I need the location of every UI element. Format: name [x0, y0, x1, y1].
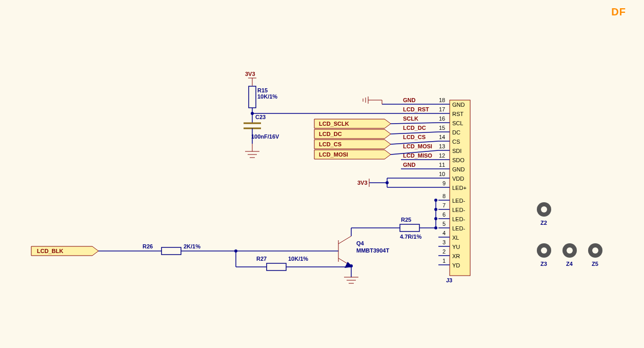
svg-text:R25: R25 — [401, 217, 411, 223]
svg-text:3V3: 3V3 — [357, 180, 368, 186]
r26: R26 2K/1% — [98, 243, 323, 255]
power-3v3-vdd: 3V3 — [357, 178, 438, 187]
svg-text:GND: GND — [452, 102, 465, 108]
svg-text:LED-: LED- — [452, 207, 465, 213]
net-lcd-rst: LCD_RST — [403, 106, 429, 112]
svg-text:SDO: SDO — [452, 157, 465, 163]
svg-text:100nF/16V: 100nF/16V — [251, 133, 279, 140]
svg-text:8: 8 — [442, 193, 446, 199]
svg-text:LED-: LED- — [452, 216, 465, 222]
netlabel-lcd-sclk: LCD_SCLK — [314, 119, 391, 128]
gnd-q4 — [344, 277, 358, 283]
svg-text:Z5: Z5 — [592, 261, 598, 267]
svg-text:3: 3 — [442, 239, 446, 245]
svg-text:18: 18 — [439, 97, 445, 103]
svg-line-64 — [391, 123, 438, 124]
hole-z5: Z5 — [588, 243, 602, 267]
q4: Q4 MMBT3904T — [323, 228, 389, 277]
svg-text:3V3: 3V3 — [245, 71, 255, 77]
svg-text:17: 17 — [439, 106, 445, 112]
svg-text:4.7R/1%: 4.7R/1% — [400, 234, 421, 240]
svg-rect-134 — [267, 263, 286, 270]
svg-text:SCL: SCL — [452, 120, 463, 126]
svg-text:CS: CS — [452, 139, 460, 145]
connector-ref: J3 — [446, 277, 452, 283]
svg-text:YD: YD — [452, 262, 460, 268]
net-gnd1: GND — [403, 97, 416, 103]
r27: R27 10K/1% — [256, 256, 351, 270]
netlabel-lcd-blk: LCD_BLK — [31, 246, 98, 256]
svg-text:16: 16 — [439, 115, 445, 122]
hole-z3: Z3 — [537, 243, 551, 267]
net-lcd-dc: LCD_DC — [403, 125, 426, 131]
svg-text:1: 1 — [442, 258, 446, 264]
svg-text:VDD: VDD — [452, 176, 464, 182]
svg-text:5: 5 — [442, 221, 446, 227]
gnd-c23 — [245, 144, 259, 158]
svg-text:LCD_MOSI: LCD_MOSI — [319, 151, 348, 158]
netlabel-lcd-dc: LCD_DC — [314, 129, 391, 139]
svg-text:R15: R15 — [257, 87, 268, 93]
svg-point-139 — [541, 206, 547, 212]
svg-text:2K/1%: 2K/1% — [184, 243, 200, 249]
svg-text:LCD_CS: LCD_CS — [319, 141, 341, 147]
svg-text:LED+: LED+ — [452, 185, 467, 191]
svg-text:4: 4 — [442, 230, 446, 236]
svg-rect-127 — [162, 247, 181, 255]
schematic-canvas: 18 GND 17 RST 16 SCL 15 DC 14 CS 13 SDI … — [0, 0, 644, 348]
svg-point-148 — [592, 247, 598, 254]
svg-text:XR: XR — [452, 253, 460, 259]
svg-point-105 — [434, 217, 437, 220]
svg-text:LED-: LED- — [452, 225, 465, 231]
svg-text:Z2: Z2 — [540, 220, 547, 226]
svg-point-104 — [434, 208, 437, 211]
svg-text:Q4: Q4 — [356, 240, 365, 246]
hole-z2: Z2 — [537, 202, 551, 226]
svg-text:10: 10 — [439, 171, 445, 177]
svg-text:14: 14 — [439, 134, 445, 140]
svg-text:10K/1%: 10K/1% — [288, 256, 308, 262]
svg-text:LCD_BLK: LCD_BLK — [37, 248, 63, 254]
svg-text:13: 13 — [439, 143, 445, 149]
svg-text:2: 2 — [442, 248, 446, 255]
svg-text:MMBT3904T: MMBT3904T — [356, 247, 389, 254]
netlabel-lcd-cs: LCD_CS — [314, 140, 391, 149]
svg-text:XL: XL — [452, 235, 459, 241]
svg-text:LED-: LED- — [452, 198, 465, 204]
hole-z4: Z4 — [562, 243, 577, 267]
r25: R25 4.7R/1% — [359, 199, 437, 240]
svg-text:R27: R27 — [256, 256, 267, 262]
svg-point-142 — [541, 247, 547, 254]
svg-text:7: 7 — [442, 202, 446, 208]
net-sclk: SCLK — [403, 115, 418, 122]
svg-text:15: 15 — [439, 125, 445, 131]
svg-text:LCD_DC: LCD_DC — [319, 131, 342, 137]
svg-rect-108 — [400, 224, 419, 231]
svg-point-145 — [567, 247, 573, 254]
svg-text:SDI: SDI — [452, 148, 461, 154]
svg-text:6: 6 — [442, 211, 446, 218]
svg-text:Z4: Z4 — [566, 261, 573, 267]
net-lcd-mosi: LCD_MOSI — [403, 143, 432, 149]
net-lcd-cs: LCD_CS — [403, 134, 426, 140]
svg-text:11: 11 — [439, 162, 445, 168]
svg-line-113 — [338, 236, 351, 244]
svg-text:GND: GND — [452, 166, 465, 172]
svg-text:DC: DC — [452, 129, 460, 136]
svg-text:Z3: Z3 — [540, 261, 547, 267]
svg-text:9: 9 — [442, 180, 446, 186]
svg-text:LCD_SCLK: LCD_SCLK — [319, 121, 349, 127]
svg-text:12: 12 — [439, 152, 445, 159]
c23: C23 100nF/16V — [244, 113, 279, 144]
svg-text:YU: YU — [452, 244, 460, 250]
power-3v3-top: 3V3 — [245, 71, 256, 86]
r15: R15 10K/1% — [249, 86, 277, 113]
net-gnd2: GND — [403, 162, 416, 168]
svg-text:C23: C23 — [255, 114, 266, 120]
svg-rect-81 — [249, 86, 256, 108]
svg-text:RST: RST — [452, 111, 464, 117]
netlabel-lcd-mosi: LCD_MOSI — [314, 150, 391, 159]
svg-text:R26: R26 — [143, 243, 153, 249]
svg-text:10K/1%: 10K/1% — [257, 93, 277, 100]
gnd-symbol-top — [363, 96, 382, 104]
